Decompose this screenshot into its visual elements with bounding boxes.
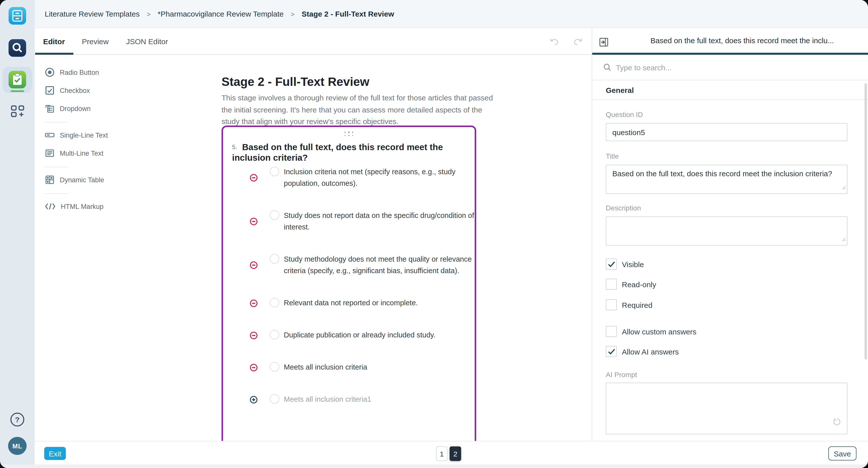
read-only-checkbox-row[interactable]: Read-only bbox=[606, 279, 847, 290]
palette-item-checkbox[interactable]: Checkbox bbox=[45, 81, 145, 99]
allow-ai-answers-checkbox-row[interactable]: Allow AI answers bbox=[606, 346, 847, 357]
radio-circle[interactable] bbox=[270, 298, 279, 307]
active-nav-indicator bbox=[10, 90, 24, 92]
radio-circle[interactable] bbox=[270, 254, 279, 263]
breadcrumb-separator-icon: > bbox=[291, 10, 294, 18]
radio-circle[interactable] bbox=[270, 362, 279, 372]
top-bar: Literature Review Templates > *Pharmacov… bbox=[35, 0, 868, 28]
question-title: Based on the full text, does this record… bbox=[232, 142, 443, 163]
question-id-label: Question ID bbox=[606, 111, 847, 119]
allow-ai-answers-checkbox[interactable] bbox=[606, 346, 617, 357]
title-textarea[interactable]: Based on the full text, does this record… bbox=[606, 165, 847, 194]
palette-item-dynamic-table[interactable]: Dynamic Table bbox=[45, 171, 145, 189]
breadcrumb-templates[interactable]: Literature Review Templates bbox=[45, 9, 140, 18]
property-search-input[interactable] bbox=[616, 63, 767, 71]
review-templates-icon[interactable] bbox=[8, 71, 26, 88]
palette-item-single-line-text[interactable]: Single-Line Text bbox=[45, 126, 145, 144]
page-2-button[interactable]: 2 bbox=[450, 446, 461, 461]
stage-description: This stage involves a thorough review of… bbox=[221, 92, 495, 127]
description-textarea[interactable] bbox=[606, 216, 847, 246]
editor-tab-bar: Editor Preview JSON Editor bbox=[35, 28, 592, 55]
remove-option-icon[interactable] bbox=[250, 299, 258, 307]
breadcrumb-template[interactable]: *Pharmacovigilance Review Template bbox=[158, 9, 284, 18]
remove-option-icon[interactable] bbox=[250, 174, 258, 182]
breadcrumb-current-stage: Stage 2 - Full-Text Review bbox=[302, 9, 394, 18]
read-only-checkbox[interactable] bbox=[606, 279, 617, 290]
radio-circle[interactable] bbox=[270, 167, 279, 176]
question-id-input[interactable] bbox=[606, 123, 847, 141]
radio-circle[interactable] bbox=[270, 330, 279, 339]
visible-checkbox[interactable] bbox=[606, 259, 617, 270]
selected-question-label: Based on the full text, does this record… bbox=[622, 28, 862, 53]
ai-prompt-label: AI Prompt bbox=[606, 371, 847, 379]
remove-option-icon[interactable] bbox=[250, 331, 258, 339]
remove-option-icon[interactable] bbox=[250, 363, 258, 371]
add-option-icon[interactable] bbox=[250, 396, 258, 403]
required-checkbox-row[interactable]: Required bbox=[606, 299, 847, 310]
new-answer-option-row: Meets all inclusion criteria1 bbox=[223, 394, 475, 405]
search-icon bbox=[603, 63, 611, 71]
page-navigation: 1 2 bbox=[436, 446, 461, 461]
html-markup-icon bbox=[45, 202, 56, 210]
form-builder-add-icon[interactable] bbox=[9, 103, 26, 121]
section-general: General bbox=[592, 80, 868, 100]
question-id-group: Question ID bbox=[606, 111, 847, 141]
visible-checkbox-row[interactable]: Visible bbox=[606, 259, 847, 270]
ai-prompt-textarea[interactable] bbox=[606, 383, 847, 434]
tab-editor[interactable]: Editor bbox=[35, 28, 73, 55]
remove-option-icon[interactable] bbox=[250, 217, 258, 225]
single-line-text-icon bbox=[45, 130, 55, 140]
property-search bbox=[592, 55, 868, 80]
tab-json-editor[interactable]: JSON Editor bbox=[126, 28, 168, 55]
regenerate-prompt-icon[interactable] bbox=[832, 417, 841, 428]
collapse-panel-icon[interactable] bbox=[599, 38, 608, 49]
multi-line-text-icon bbox=[45, 148, 55, 158]
question-header: 5.Based on the full text, does this reco… bbox=[232, 142, 463, 163]
element-palette: Radio Button Checkbox Dropdown bbox=[45, 63, 145, 215]
palette-item-multi-line-text[interactable]: Multi-Line Text bbox=[45, 144, 145, 162]
description-group: Description bbox=[606, 204, 847, 246]
undo-icon[interactable] bbox=[549, 38, 560, 48]
checkbox-icon bbox=[45, 85, 55, 95]
panel-scrollbar[interactable] bbox=[865, 83, 867, 360]
palette-item-html-markup[interactable]: HTML Markup bbox=[45, 197, 145, 215]
selected-question-card[interactable]: 5.Based on the full text, does this reco… bbox=[221, 126, 476, 441]
properties-form: Question ID Title Based on the full text… bbox=[592, 100, 868, 444]
answer-option-row: Relevant data not reported or incomplete… bbox=[223, 297, 475, 309]
user-avatar[interactable]: ML bbox=[8, 437, 27, 455]
page-1-button[interactable]: 1 bbox=[436, 446, 447, 461]
app-logo-icon[interactable] bbox=[8, 7, 26, 25]
radio-circle[interactable] bbox=[270, 210, 279, 220]
answer-option-row: Inclusion criteria not met (specify reas… bbox=[223, 166, 475, 189]
window-bottom-edge bbox=[0, 465, 868, 468]
required-checkbox[interactable] bbox=[606, 299, 617, 310]
allow-custom-answers-checkbox[interactable] bbox=[606, 326, 617, 337]
title-group: Title Based on the full text, does this … bbox=[606, 152, 847, 194]
description-label: Description bbox=[606, 204, 847, 212]
palette-item-radio-button[interactable]: Radio Button bbox=[45, 63, 145, 81]
radio-button-icon bbox=[45, 67, 55, 77]
footer-bar: Exit 1 2 Save bbox=[35, 441, 868, 465]
allow-custom-answers-checkbox-row[interactable]: Allow custom answers bbox=[606, 326, 847, 337]
exit-button[interactable]: Exit bbox=[44, 447, 66, 460]
redo-icon[interactable] bbox=[572, 38, 583, 48]
radio-circle[interactable] bbox=[270, 394, 279, 404]
answer-option-row: Meets all inclusion criteria bbox=[223, 362, 475, 373]
global-search-icon[interactable] bbox=[8, 39, 26, 57]
help-icon[interactable]: ? bbox=[9, 412, 25, 429]
title-label: Title bbox=[606, 152, 847, 160]
question-number: 5. bbox=[232, 144, 237, 151]
palette-item-dropdown[interactable]: Dropdown bbox=[45, 99, 145, 118]
active-tab-indicator bbox=[35, 53, 73, 55]
drag-handle-icon[interactable] bbox=[343, 131, 354, 136]
svg-text:?: ? bbox=[15, 415, 20, 424]
palette-divider bbox=[45, 193, 68, 194]
answer-option-row: Study does not report data on the specif… bbox=[223, 210, 475, 233]
answer-option-row: Study methodology does not meet the qual… bbox=[223, 254, 475, 277]
ai-prompt-group: AI Prompt bbox=[606, 371, 847, 434]
remove-option-icon[interactable] bbox=[250, 261, 258, 269]
save-button[interactable]: Save bbox=[828, 446, 857, 461]
palette-divider bbox=[45, 167, 68, 167]
tab-preview[interactable]: Preview bbox=[82, 28, 109, 55]
answer-option-row: Duplicate publication or already include… bbox=[223, 330, 475, 341]
